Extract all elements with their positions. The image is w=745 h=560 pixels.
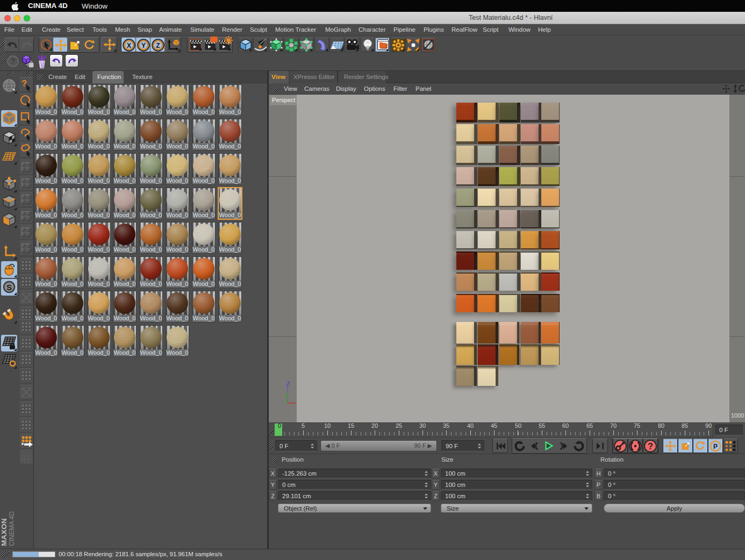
svg-text:?: ?	[22, 78, 27, 89]
svg-text:Y: Y	[141, 42, 146, 49]
svg-text:Z: Z	[156, 42, 160, 49]
svg-text:Y: Y	[285, 393, 289, 399]
svg-text:P: P	[713, 442, 718, 450]
svg-text:Z: Z	[286, 381, 290, 387]
svg-text:X: X	[127, 42, 131, 49]
svg-text:?: ?	[11, 57, 16, 66]
svg-text:S: S	[6, 283, 12, 292]
svg-text:?: ?	[648, 441, 653, 451]
